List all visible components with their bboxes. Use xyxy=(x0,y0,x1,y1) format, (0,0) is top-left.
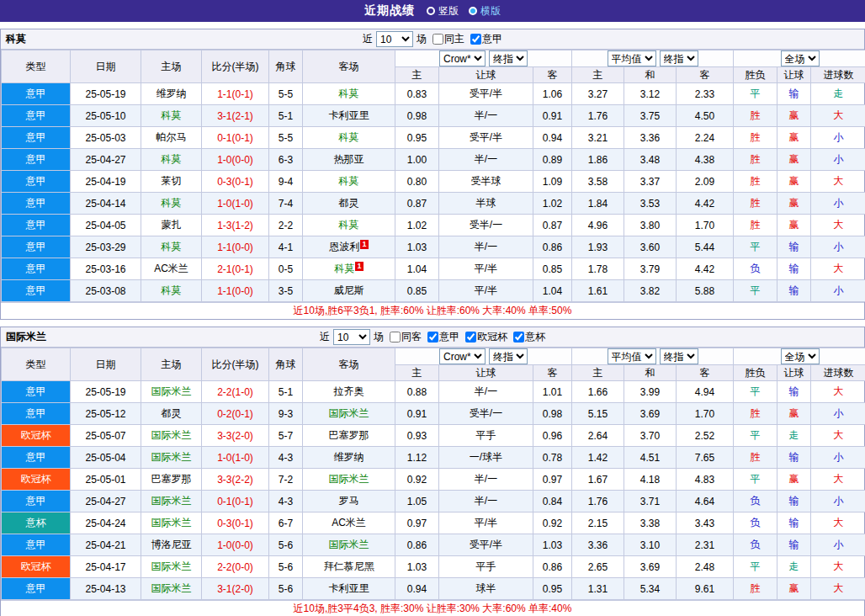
team-link: 巴塞罗那 xyxy=(329,429,369,441)
date-cell: 25-04-24 xyxy=(71,512,141,534)
checkbox-input[interactable] xyxy=(470,34,481,45)
result-cell: 胜 xyxy=(734,578,777,600)
filter-checkbox[interactable]: 同客 xyxy=(385,330,422,344)
result-cell: 平 xyxy=(734,469,777,491)
odds-cell: 半/一 xyxy=(439,469,533,491)
result-cell: 大 xyxy=(811,105,865,127)
team-link: 科莫 xyxy=(339,131,359,143)
home-team-cell: 国际米兰 xyxy=(141,447,202,469)
result-cell: 大 xyxy=(811,469,865,491)
filter-checkbox[interactable]: 意甲 xyxy=(423,330,459,344)
odds-cell: 平/半 xyxy=(439,512,533,534)
odds-source-select[interactable]: 终指 xyxy=(660,50,698,66)
checkbox-input[interactable] xyxy=(427,332,438,343)
checkbox-input[interactable] xyxy=(432,34,443,45)
corners-cell: 5-6 xyxy=(269,534,303,556)
team-link: 卡利亚里 xyxy=(329,109,369,121)
odds-cell: 3.75 xyxy=(624,105,677,127)
odds-cell: 1.61 xyxy=(572,280,624,302)
away-team-cell: 科莫1 xyxy=(303,258,395,280)
result-cell: 赢 xyxy=(777,171,811,193)
away-team-cell: 国际米兰 xyxy=(303,403,395,425)
team-link: 科莫 xyxy=(339,219,359,231)
odds-cell: 半/一 xyxy=(439,381,533,403)
result-cell: 平 xyxy=(734,280,777,302)
result-cell: 输 xyxy=(777,447,811,469)
league-cell: 意甲 xyxy=(2,258,71,280)
odds-cell: 0.88 xyxy=(395,381,439,403)
result-cell: 大 xyxy=(811,171,865,193)
odds-source-select[interactable]: Crow* xyxy=(439,348,486,364)
odds-cell: 3.70 xyxy=(624,425,677,447)
score-cell: 0-3(0-1) xyxy=(202,171,269,193)
team-link: 罗马 xyxy=(339,495,359,507)
odds-source-select[interactable]: 终指 xyxy=(660,348,698,364)
score-cell: 3-1(2-0) xyxy=(202,578,269,600)
odds-cell: 2.65 xyxy=(572,556,624,578)
odds-cell: 3.69 xyxy=(624,403,677,425)
odds-cell: 3.69 xyxy=(624,556,677,578)
result-cell: 小 xyxy=(811,149,865,171)
radio-icon[interactable] xyxy=(469,7,477,15)
away-team-cell: 卡利亚里 xyxy=(303,578,395,600)
odds-source-select[interactable]: 终指 xyxy=(489,348,528,364)
team-link: 国际米兰 xyxy=(151,385,192,397)
odds-cell: 0.85 xyxy=(395,280,439,302)
match-count-select[interactable]: 10 xyxy=(376,31,413,47)
home-team-cell: 都灵 xyxy=(141,403,202,425)
corners-cell: 5-1 xyxy=(269,105,303,127)
odds-source-select[interactable]: 全场 xyxy=(781,50,820,66)
radio-icon[interactable] xyxy=(427,7,435,15)
odds-source-select[interactable]: 全场 xyxy=(781,348,820,364)
odds-cell: 受半球 xyxy=(439,171,533,193)
result-cell: 走 xyxy=(777,425,811,447)
odds-cell: 4.51 xyxy=(624,447,677,469)
column-header: 客场 xyxy=(303,348,395,381)
odds-cell: 5.88 xyxy=(677,280,734,302)
odds-cell: 1.01 xyxy=(533,381,572,403)
odds-cell: 5.15 xyxy=(572,403,624,425)
score-cell: 0-3(0-1) xyxy=(202,512,269,534)
date-cell: 25-05-03 xyxy=(71,127,141,149)
result-cell: 输 xyxy=(777,280,811,302)
away-team-cell: 科莫 xyxy=(303,83,395,105)
filter-checkbox[interactable]: 意杯 xyxy=(509,330,545,344)
odds-cell: 1.03 xyxy=(395,556,439,578)
checkbox-input[interactable] xyxy=(513,332,524,343)
filter-checkbox[interactable]: 同主 xyxy=(428,32,464,46)
result-cell: 大 xyxy=(811,512,865,534)
checkbox-input[interactable] xyxy=(465,332,476,343)
home-team-cell: 国际米兰 xyxy=(141,512,202,534)
result-cell: 走 xyxy=(811,83,865,105)
match-count-select[interactable]: 10 xyxy=(333,329,370,345)
corners-cell: 5-7 xyxy=(269,425,303,447)
result-cell: 输 xyxy=(777,381,811,403)
team-link: 科莫 xyxy=(339,175,359,187)
checkbox-label: 欧冠杯 xyxy=(477,330,507,344)
view-option[interactable]: 横版 xyxy=(469,4,501,19)
team-link: 国际米兰 xyxy=(151,429,192,441)
odds-cell: 受平/半 xyxy=(439,534,533,556)
filter-checkbox[interactable]: 欧冠杯 xyxy=(461,330,507,344)
filter-near-label: 近 xyxy=(320,330,330,344)
corners-cell: 7-4 xyxy=(269,193,303,215)
odds-cell: 3.80 xyxy=(624,215,677,236)
view-option[interactable]: 竖版 xyxy=(427,4,459,19)
odds-cell: 半球 xyxy=(439,193,533,215)
odds-cell: 0.87 xyxy=(395,193,439,215)
date-cell: 25-04-19 xyxy=(71,171,141,193)
score-cell: 1-1(0-1) xyxy=(202,83,269,105)
result-cell: 输 xyxy=(777,534,811,556)
column-header: 角球 xyxy=(269,50,303,83)
odds-source-select[interactable]: Crow* xyxy=(439,50,486,66)
date-cell: 25-04-05 xyxy=(71,215,141,236)
filter-checkbox[interactable]: 意甲 xyxy=(466,32,502,46)
odds-source-select[interactable]: 终指 xyxy=(489,50,528,66)
odds-source-select[interactable]: 平均值 xyxy=(608,50,656,66)
match-row: 意甲25-03-08科莫1-1(0-0)3-5威尼斯0.85平/半1.041.6… xyxy=(2,280,865,302)
match-row: 欧冠杯25-04-17国际米兰2-2(0-0)5-6拜仁慕尼黑1.03平手0.8… xyxy=(2,556,865,578)
odds-cell: 1.67 xyxy=(572,469,624,491)
odds-source-select[interactable]: 平均值 xyxy=(608,348,656,364)
checkbox-input[interactable] xyxy=(390,332,401,343)
date-cell: 25-05-19 xyxy=(71,381,141,403)
